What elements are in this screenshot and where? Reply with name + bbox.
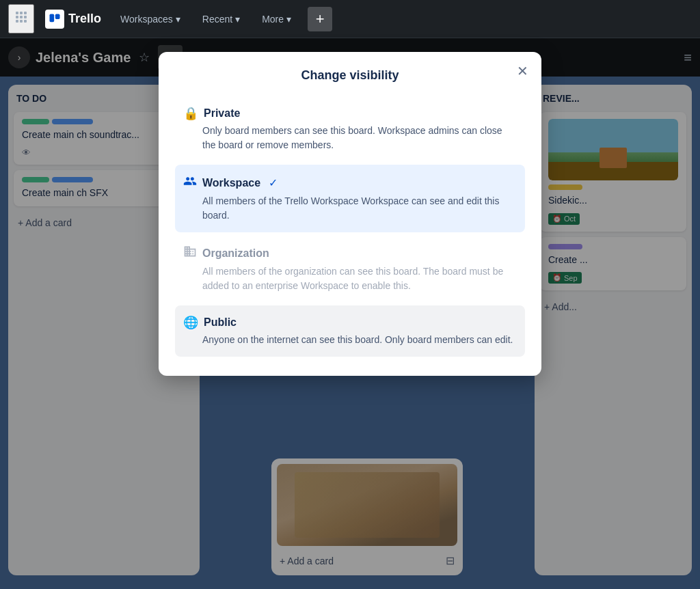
modal-title: Change visibility <box>175 68 525 83</box>
recent-menu[interactable]: Recent ▾ <box>194 10 248 29</box>
top-navigation: Trello Workspaces ▾ Recent ▾ More ▾ + <box>0 0 700 38</box>
svg-rect-2 <box>24 12 27 14</box>
workspace-option[interactable]: Workspace ✓ All members of the Trello Wo… <box>175 165 525 232</box>
option-title: Workspace <box>202 177 260 189</box>
svg-rect-8 <box>24 20 27 23</box>
svg-rect-6 <box>16 20 18 23</box>
trello-logo[interactable]: Trello <box>40 7 107 31</box>
more-menu[interactable]: More ▾ <box>254 10 299 29</box>
modal-close-button[interactable]: ✕ <box>511 60 533 82</box>
svg-rect-9 <box>50 14 55 22</box>
option-header: Organization <box>183 245 517 262</box>
modal-overlay: Change visibility ✕ 🔒 Private Only board… <box>0 38 700 589</box>
option-header: Workspace ✓ <box>183 174 517 191</box>
svg-rect-4 <box>20 16 23 18</box>
globe-icon: 🌐 <box>183 315 198 330</box>
grid-icon[interactable] <box>8 4 34 33</box>
private-option[interactable]: 🔒 Private Only board members can see thi… <box>175 96 525 162</box>
option-title: Public <box>204 316 237 329</box>
building-icon <box>183 245 197 262</box>
svg-rect-3 <box>16 16 18 18</box>
chevron-down-icon: ▾ <box>286 14 291 25</box>
svg-rect-5 <box>24 16 27 18</box>
add-button[interactable]: + <box>308 7 332 31</box>
option-description: All members of the Trello Workspace Work… <box>183 194 517 223</box>
public-option[interactable]: 🌐 Public Anyone on the internet can see … <box>175 305 525 357</box>
option-title: Organization <box>202 247 269 260</box>
chevron-down-icon: ▾ <box>235 14 240 25</box>
svg-rect-7 <box>20 20 23 23</box>
chevron-down-icon: ▾ <box>176 14 180 25</box>
change-visibility-modal: Change visibility ✕ 🔒 Private Only board… <box>159 52 541 376</box>
option-header: 🔒 Private <box>183 106 517 121</box>
people-icon <box>183 174 197 191</box>
option-description: All members of the organization can see … <box>183 264 517 293</box>
check-icon: ✓ <box>269 176 278 189</box>
svg-rect-1 <box>20 12 23 14</box>
organization-option: Organization All members of the organiza… <box>175 235 525 303</box>
svg-rect-10 <box>55 14 60 19</box>
option-description: Only board members can see this board. W… <box>183 124 517 152</box>
svg-rect-0 <box>16 12 18 14</box>
workspaces-menu[interactable]: Workspaces ▾ <box>112 10 189 29</box>
lock-icon: 🔒 <box>183 106 198 121</box>
option-header: 🌐 Public <box>183 315 517 330</box>
option-description: Anyone on the internet can see this boar… <box>183 333 517 347</box>
option-title: Private <box>204 107 240 120</box>
